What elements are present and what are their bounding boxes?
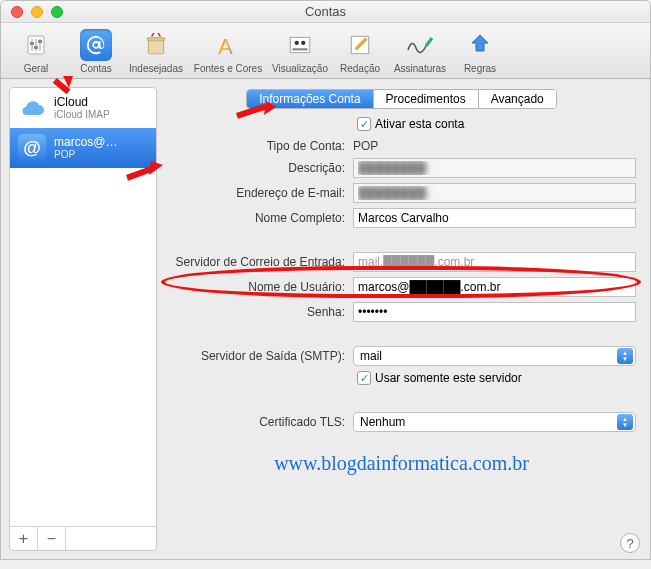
tab-info[interactable]: Informações Conta (247, 90, 373, 108)
remove-account-button[interactable]: − (38, 527, 66, 550)
incoming-input[interactable] (353, 252, 636, 272)
toolbar: Geral Contas Indesejadas A Fontes e Core… (1, 23, 650, 79)
type-value: POP (353, 139, 636, 153)
preferences-window: Contas Geral Contas Indesejadas A Fontes… (0, 0, 651, 560)
svg-line-10 (158, 33, 160, 36)
tab-procedimentos[interactable]: Procedimentos (374, 90, 479, 108)
accounts-sidebar: iCloud iCloud IMAP @ marcos@… POP + − (9, 87, 157, 551)
photo-icon (284, 29, 316, 61)
toolbar-indesejadas[interactable]: Indesejadas (127, 27, 185, 78)
smtp-only-label: Usar somente este servidor (375, 371, 522, 385)
toolbar-label: Fontes e Cores (194, 63, 262, 74)
account-name: marcos@… (54, 136, 118, 149)
watermark-text: www.blogdainformatica.com.br (167, 452, 636, 475)
email-input[interactable] (353, 183, 636, 203)
svg-point-14 (301, 41, 305, 45)
rules-icon (464, 29, 496, 61)
activate-checkbox[interactable]: ✓ (357, 117, 371, 131)
account-sub: POP (54, 149, 118, 160)
fullname-label: Nome Completo: (167, 211, 353, 225)
toolbar-geral[interactable]: Geral (7, 27, 65, 78)
zoom-window-button[interactable] (51, 6, 63, 18)
toolbar-label: Contas (80, 63, 112, 74)
cloud-icon (18, 94, 46, 122)
toolbar-label: Indesejadas (129, 63, 183, 74)
desc-label: Descrição: (167, 161, 353, 175)
toolbar-label: Regras (464, 63, 496, 74)
svg-rect-4 (30, 42, 34, 45)
incoming-label: Servidor de Correio de Entrada: (167, 255, 353, 269)
slider-icon (20, 29, 52, 61)
tls-value: Nenhum (360, 415, 405, 429)
tabs: Informações Conta Procedimentos Avançado (167, 89, 636, 109)
smtp-select[interactable]: mail ▲▼ (353, 346, 636, 366)
svg-rect-2 (35, 39, 37, 51)
font-icon: A (212, 29, 244, 61)
sidebar-footer: + − (10, 526, 156, 550)
smtp-label: Servidor de Saída (SMTP): (167, 349, 353, 363)
compose-icon (344, 29, 376, 61)
close-window-button[interactable] (11, 6, 23, 18)
at-icon (80, 29, 112, 61)
accounts-list: iCloud iCloud IMAP @ marcos@… POP (10, 88, 156, 526)
smtp-only-checkbox[interactable]: ✓ (357, 371, 371, 385)
user-input[interactable] (353, 277, 636, 297)
desc-input[interactable] (353, 158, 636, 178)
account-item-icloud[interactable]: iCloud iCloud IMAP (10, 88, 156, 128)
account-name: iCloud (54, 96, 110, 109)
svg-point-13 (295, 41, 299, 45)
toolbar-label: Assinaturas (394, 63, 446, 74)
toolbar-contas[interactable]: Contas (67, 27, 125, 78)
toolbar-fontes[interactable]: A Fontes e Cores (187, 27, 269, 78)
toolbar-visualizacao[interactable]: Visualização (271, 27, 329, 78)
svg-rect-5 (34, 46, 38, 49)
toolbar-label: Redação (340, 63, 380, 74)
fullname-input[interactable] (353, 208, 636, 228)
user-label: Nome de Usuário: (167, 280, 353, 294)
toolbar-regras[interactable]: Regras (451, 27, 509, 78)
at-icon: @ (18, 134, 46, 162)
window-controls (11, 6, 63, 18)
signature-icon (404, 29, 436, 61)
chevron-updown-icon: ▲▼ (617, 414, 633, 430)
svg-text:A: A (218, 34, 233, 58)
svg-line-9 (152, 33, 154, 36)
account-sub: iCloud IMAP (54, 109, 110, 120)
smtp-value: mail (360, 349, 382, 363)
svg-rect-15 (292, 48, 307, 50)
toolbar-label: Visualização (272, 63, 328, 74)
main-panel: Informações Conta Procedimentos Avançado… (157, 79, 650, 559)
activate-label: Ativar esta conta (375, 117, 464, 131)
type-label: Tipo de Conta: (167, 139, 353, 153)
toolbar-label: Geral (24, 63, 48, 74)
toolbar-redacao[interactable]: Redação (331, 27, 389, 78)
tab-avancado[interactable]: Avançado (479, 90, 556, 108)
chevron-updown-icon: ▲▼ (617, 348, 633, 364)
svg-rect-7 (148, 40, 163, 54)
trash-icon (140, 29, 172, 61)
titlebar: Contas (1, 1, 650, 23)
minimize-window-button[interactable] (31, 6, 43, 18)
tls-label: Certificado TLS: (167, 415, 353, 429)
svg-rect-6 (38, 40, 42, 43)
pass-input[interactable] (353, 302, 636, 322)
svg-rect-8 (147, 37, 164, 40)
help-button[interactable]: ? (620, 533, 640, 553)
email-label: Endereço de E-mail: (167, 186, 353, 200)
toolbar-assinaturas[interactable]: Assinaturas (391, 27, 449, 78)
add-account-button[interactable]: + (10, 527, 38, 550)
window-title: Contas (1, 4, 650, 19)
tls-select[interactable]: Nenhum ▲▼ (353, 412, 636, 432)
account-item-marcos[interactable]: @ marcos@… POP (10, 128, 156, 168)
pass-label: Senha: (167, 305, 353, 319)
